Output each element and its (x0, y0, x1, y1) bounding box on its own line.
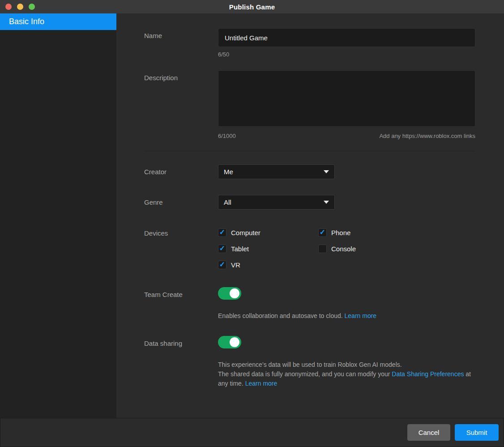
window-title: Publish Game (229, 3, 275, 11)
checkbox-icon: ✓ (218, 261, 226, 269)
data-sharing-line1: This experience’s data will be used to t… (218, 361, 402, 368)
team-create-row: Team Create Enables collaboration and au… (116, 287, 504, 321)
data-sharing-toggle[interactable] (218, 336, 241, 348)
team-create-learn-more-link[interactable]: Learn more (345, 312, 377, 319)
creator-selected-value: Me (224, 168, 233, 176)
publish-game-dialog: Publish Game Basic Info Name 6/50 Descri… (0, 0, 504, 447)
genre-dropdown[interactable]: All (218, 195, 335, 210)
team-create-label: Team Create (116, 287, 218, 321)
chevron-down-icon (324, 201, 329, 204)
dialog-footer: Cancel Submit (0, 418, 504, 447)
checkbox-icon: ✓ (218, 245, 226, 253)
title-bar: Publish Game (0, 0, 504, 13)
minimize-window-button[interactable] (17, 4, 23, 10)
form-panel: Name 6/50 Description 6/1000 Add any htt… (116, 13, 504, 418)
data-sharing-description: This experience’s data will be used to t… (218, 360, 475, 388)
creator-label: Creator (116, 164, 218, 179)
team-create-toggle[interactable] (218, 287, 241, 300)
data-sharing-preferences-link[interactable]: Data Sharing Preferences (392, 370, 464, 378)
team-create-description: Enables collaboration and autosave to cl… (218, 311, 475, 321)
checkbox-vr[interactable]: ✓ VR (218, 261, 318, 269)
genre-row: Genre All (116, 195, 504, 210)
description-char-counter: 6/1000 (218, 133, 236, 139)
description-input[interactable] (218, 70, 475, 127)
description-row: Description 6/1000 Add any https://www.r… (116, 70, 504, 139)
devices-row: Devices ✓ Computer ✓ Phone ✓ Ta (116, 226, 504, 269)
data-sharing-row: Data sharing This experience’s data will… (116, 336, 504, 388)
sidebar-item-basic-info[interactable]: Basic Info (0, 13, 116, 30)
checkbox-tablet[interactable]: ✓ Tablet (218, 245, 318, 253)
toggle-knob (230, 288, 239, 298)
name-row: Name 6/50 (116, 28, 504, 58)
submit-button[interactable]: Submit (455, 424, 499, 441)
checkbox-label: Phone (331, 229, 350, 236)
name-label: Name (116, 28, 218, 58)
genre-selected-value: All (224, 198, 231, 206)
checkbox-computer[interactable]: ✓ Computer (218, 228, 318, 237)
creator-row: Creator Me (116, 164, 504, 179)
name-char-counter: 6/50 (218, 51, 475, 58)
traffic-lights (5, 4, 35, 10)
team-create-description-text: Enables collaboration and autosave to cl… (218, 312, 345, 319)
checkbox-phone[interactable]: ✓ Phone (318, 228, 424, 237)
description-hint: Add any https://www.roblox.com links (379, 133, 475, 139)
creator-dropdown[interactable]: Me (218, 164, 335, 179)
checkbox-label: Tablet (231, 245, 249, 253)
section-divider (144, 151, 475, 151)
data-sharing-label: Data sharing (116, 336, 218, 388)
checkbox-label: VR (231, 261, 240, 269)
genre-label: Genre (116, 195, 218, 210)
chevron-down-icon (324, 170, 329, 173)
data-sharing-learn-more-link[interactable]: Learn more (245, 380, 278, 387)
checkbox-icon: ✓ (218, 228, 226, 237)
sidebar-item-label: Basic Info (9, 17, 44, 26)
checkbox-label: Console (331, 245, 356, 253)
toggle-knob (230, 337, 239, 347)
data-sharing-line2: The shared data is fully anonymized, and… (218, 370, 392, 378)
checkbox-icon: ✓ (318, 245, 327, 253)
close-window-button[interactable] (5, 4, 12, 10)
name-input[interactable] (218, 28, 475, 47)
checkbox-console[interactable]: ✓ Console (318, 245, 424, 253)
sidebar: Basic Info (0, 13, 116, 418)
devices-label: Devices (116, 226, 218, 269)
devices-checkbox-group: ✓ Computer ✓ Phone ✓ Tablet ✓ (218, 226, 424, 269)
checkbox-icon: ✓ (318, 228, 327, 237)
zoom-window-button[interactable] (29, 4, 35, 10)
description-label: Description (116, 70, 218, 139)
checkbox-label: Computer (231, 229, 261, 236)
cancel-button[interactable]: Cancel (407, 424, 450, 441)
